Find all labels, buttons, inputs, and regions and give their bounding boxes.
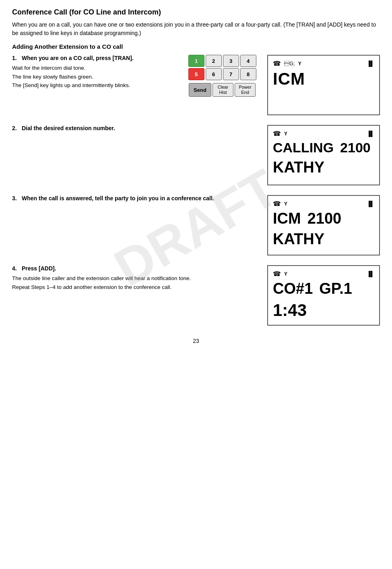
key-3[interactable]: 3 <box>223 55 239 67</box>
page-number: 23 <box>12 338 380 344</box>
step-1-header: 1. When you are on a CO call, press [TRA… <box>12 55 175 61</box>
step-2-container: 2. Dial the desired extension number. ☎ … <box>12 125 380 185</box>
display-screen-3: ☎ Y ▐▌ ICM 2100 KATHY <box>267 195 380 255</box>
display-1-icons: ☎ G; Y ▐▌ <box>273 60 374 67</box>
key-8[interactable]: 8 <box>240 68 256 80</box>
display-2-icons: ☎ Y ▐▌ <box>273 130 374 137</box>
display-screen-2: ☎ Y ▐▌ CALLING 2100 KATHY <box>267 125 380 185</box>
key-2[interactable]: 2 <box>206 55 222 67</box>
step-3-title: When the call is answered, tell the part… <box>22 195 214 201</box>
phone-icon-1: ☎ <box>273 60 281 67</box>
step-4-line-1: The outside line caller and the extensio… <box>12 274 261 283</box>
display-4-icons: ☎ Y ▐▌ <box>273 270 374 278</box>
step-4-body: The outside line caller and the extensio… <box>12 274 261 291</box>
step-1-title: When you are on a CO call, press [TRAN]. <box>22 55 134 61</box>
keypad-grid: 1 2 3 4 5 6 7 8 <box>188 55 256 80</box>
display-screen-1: ☎ G; Y ▐▌ ICM <box>267 55 380 115</box>
signal-bars-1: Y <box>298 61 301 66</box>
display-4-gp1: GP.1 <box>319 280 352 297</box>
power-end-button[interactable]: PowerEnd <box>235 83 256 97</box>
display-4-co1: CO#1 <box>273 280 313 297</box>
display-3-kathy: KATHY <box>273 231 374 248</box>
step-1-widgets: 1 2 3 4 5 6 7 8 Send ClearHist PowerEnd … <box>182 55 380 115</box>
step-1-content: 1. When you are on a CO call, press [TRA… <box>12 55 175 90</box>
display-1-main: ICM <box>273 70 374 88</box>
phone-icon-2: ☎ <box>273 130 281 137</box>
battery-icon-2: ▐▌ <box>367 131 374 137</box>
section-heading: Adding Another Extension to a CO call <box>12 43 380 50</box>
signal-icon-1: G; <box>284 60 295 66</box>
step-1-line-2: The line key slowly flashes green. <box>12 73 175 81</box>
step-4-number: 4. <box>12 265 19 272</box>
step-2-content: 2. Dial the desired extension number. <box>12 125 261 134</box>
battery-icon-4: ▐▌ <box>367 271 374 277</box>
battery-icon-3: ▐▌ <box>367 201 374 207</box>
step-4-line-2: Repeat Steps 1–4 to add another extensio… <box>12 283 261 292</box>
step-4-content: 4. Press [ADD]. The outside line caller … <box>12 265 261 291</box>
phone-icon-4: ☎ <box>273 270 281 278</box>
step-2-title: Dial the desired extension number. <box>22 125 115 131</box>
step-4-header: 4. Press [ADD]. <box>12 265 261 272</box>
display-2-number: 2100 <box>340 140 371 156</box>
step-3-header: 3. When the call is answered, tell the p… <box>12 195 261 201</box>
key-6[interactable]: 6 <box>206 68 222 80</box>
display-4-row1: CO#1 GP.1 <box>273 280 374 297</box>
clear-hist-button[interactable]: ClearHist <box>213 83 233 97</box>
step-2-number: 2. <box>12 125 19 131</box>
phone-icon-3: ☎ <box>273 200 281 208</box>
key-1[interactable]: 1 <box>188 55 204 67</box>
page-title: Conference Call (for CO Line and Interco… <box>12 8 380 17</box>
step-1-body: Wait for the intercom dial tone. The lin… <box>12 64 175 90</box>
step-1-number: 1. <box>12 55 19 61</box>
keypad-widget: 1 2 3 4 5 6 7 8 Send ClearHist PowerEnd <box>182 55 262 97</box>
send-button[interactable]: Send <box>189 83 211 97</box>
step-4-container: 4. Press [ADD]. The outside line caller … <box>12 265 380 326</box>
signal-bars-4: Y <box>284 271 287 277</box>
keypad-bottom-row: Send ClearHist PowerEnd <box>189 83 256 97</box>
step-4-title: Press [ADD]. <box>22 265 56 272</box>
key-7[interactable]: 7 <box>223 68 239 80</box>
step-1-line-1: Wait for the intercom dial tone. <box>12 64 175 73</box>
display-3-icm: ICM <box>273 210 301 227</box>
battery-icon-1: ▐▌ <box>367 60 374 66</box>
key-5[interactable]: 5 <box>188 68 204 80</box>
display-2-calling: CALLING <box>273 140 334 156</box>
signal-bars-3: Y <box>284 201 287 207</box>
step-1-container: 1. When you are on a CO call, press [TRA… <box>12 55 380 115</box>
display-2-row1: CALLING 2100 <box>273 140 374 156</box>
display-4-time: 1:43 <box>273 301 374 320</box>
display-3-icons: ☎ Y ▐▌ <box>273 200 374 208</box>
intro-paragraph: When you are on a call, you can have one… <box>12 21 380 37</box>
step-2-header: 2. Dial the desired extension number. <box>12 125 261 131</box>
display-3-row1: ICM 2100 <box>273 210 374 227</box>
key-4[interactable]: 4 <box>240 55 256 67</box>
step-3-container: 3. When the call is answered, tell the p… <box>12 195 380 255</box>
display-screen-4: ☎ Y ▐▌ CO#1 GP.1 1:43 <box>267 265 380 326</box>
step-3-content: 3. When the call is answered, tell the p… <box>12 195 261 204</box>
display-2-kathy: KATHY <box>273 159 374 176</box>
display-3-2100: 2100 <box>307 210 342 227</box>
step-3-number: 3. <box>12 195 19 201</box>
signal-bars-2: Y <box>284 131 287 137</box>
step-1-line-3: The [Send] key lights up and intermitten… <box>12 81 175 90</box>
